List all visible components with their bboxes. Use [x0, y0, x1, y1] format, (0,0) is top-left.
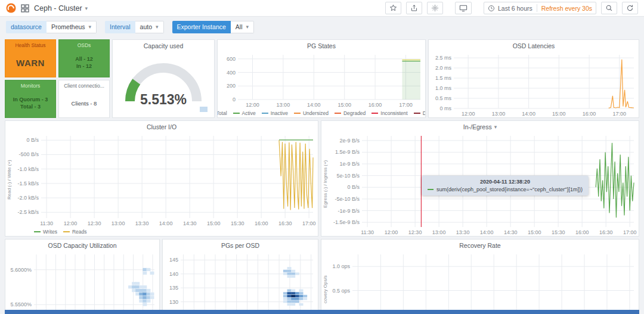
legend-item[interactable]: Inactive	[262, 110, 288, 116]
panel-monitors: Monitors In Quorum - 3 Total - 3	[5, 80, 56, 118]
graph-tooltip: 2020-04-11 12:38:20 sum(deriv(ceph_pool_…	[422, 176, 589, 195]
svg-text:16:00: 16:00	[575, 229, 589, 235]
svg-text:12:00: 12:00	[385, 229, 398, 235]
cluster-io-y-axis-label: Read (-) / Write (+)	[5, 132, 13, 227]
svg-text:5e-10 B/s: 5e-10 B/s	[336, 173, 360, 179]
svg-text:16:30: 16:30	[278, 220, 292, 226]
variable-exporter-instance-value[interactable]: All▾	[231, 21, 254, 33]
search-icon	[605, 4, 613, 12]
dashboard-title-dropdown[interactable]: Ceph - Cluster ▾	[34, 4, 88, 13]
panel-title[interactable]: Cluster I/O	[5, 121, 318, 132]
panel-title[interactable]: OSD Latencies	[429, 40, 639, 51]
grafana-logo[interactable]	[6, 3, 16, 13]
svg-text:0 B/s: 0 B/s	[347, 184, 360, 190]
legend-item[interactable]: Total	[218, 110, 227, 116]
tv-mode-button[interactable]	[455, 2, 472, 14]
svg-text:2.5 ms: 2.5 ms	[435, 55, 452, 61]
svg-text:-1.5 kB/s: -1.5 kB/s	[17, 181, 39, 186]
svg-text:12:30: 12:30	[88, 220, 101, 226]
panel-title[interactable]: PG States	[218, 40, 425, 51]
clock-icon	[488, 5, 495, 12]
time-range-picker[interactable]: Last 6 hours Refresh every 30s	[484, 2, 596, 14]
share-icon	[410, 4, 418, 12]
variable-datasource: datasource Prometheus▾	[6, 21, 97, 33]
caret-down-icon: ▾	[85, 5, 88, 11]
panel-client-connections: Client connectio... Clients - 8	[58, 80, 110, 118]
stat-panel-group: Health Status WARN OSDs All - 12 In - 12…	[5, 39, 110, 118]
svg-text:135: 135	[169, 285, 178, 291]
panel-in-egress: In-/Egress▾ Egress (-) / Ingress (+) 2e-…	[321, 120, 639, 237]
dashboards-icon[interactable]	[21, 4, 29, 13]
star-icon	[389, 4, 397, 12]
svg-text:16:00: 16:00	[583, 111, 596, 117]
legend-item[interactable]: Reads	[63, 229, 87, 235]
cluster-io-chart[interactable]: 0 B/s-500 B/s-1.0 kB/s-1.5 kB/s-2.0 kB/s…	[13, 132, 318, 227]
tooltip-timestamp: 2020-04-11 12:38:20	[428, 179, 583, 185]
pgs-per-osd-chart[interactable]: 125130135140145	[163, 251, 318, 314]
legend-item[interactable]: Writes	[34, 229, 57, 235]
panel-pg-states: PG States 020040060012:0013:0014:0015:00…	[217, 39, 426, 118]
panel-title[interactable]: Capacity used	[113, 40, 214, 51]
svg-text:145: 145	[169, 257, 178, 263]
svg-text:1.5e-9 B/s: 1.5e-9 B/s	[335, 149, 360, 155]
legend-item[interactable]: Undersized	[294, 110, 329, 116]
osd-latencies-chart[interactable]: 0 ms0.5 ms1.0 ms1.5 ms2.0 ms2.5 ms12:001…	[429, 51, 639, 117]
svg-text:400: 400	[227, 70, 236, 76]
panel-osds: OSDs All - 12 In - 12	[58, 39, 110, 77]
svg-text:15:30: 15:30	[552, 229, 565, 235]
panel-health-status: Health Status WARN	[5, 39, 56, 77]
svg-text:12:00: 12:00	[246, 102, 259, 108]
osd-capacity-chart[interactable]: 5.6000%5.5500%	[5, 251, 159, 314]
panel-title[interactable]: Recovery Rate	[321, 240, 639, 251]
variable-interval: Interval auto▾	[105, 21, 163, 33]
variable-interval-value[interactable]: auto▾	[135, 21, 164, 33]
health-status-value: WARN	[16, 58, 45, 68]
variable-datasource-label: datasource	[6, 21, 47, 33]
pg-states-chart[interactable]: 020040060012:0013:0014:0015:0016:0017:00	[218, 51, 425, 108]
legend-item[interactable]: Degraded	[335, 110, 366, 116]
svg-text:0 B/s: 0 B/s	[26, 137, 39, 143]
star-button[interactable]	[385, 2, 401, 14]
cluster-io-legend[interactable]: WritesReads	[5, 227, 318, 236]
panel-title: Health Status	[15, 42, 45, 48]
in-egress-y-axis-label: Egress (-) / Ingress (+)	[321, 132, 329, 236]
settings-button[interactable]	[427, 2, 443, 14]
svg-text:13:30: 13:30	[456, 229, 470, 235]
panel-title[interactable]: In-/Egress▾	[321, 121, 639, 132]
page-title: Ceph - Cluster	[34, 4, 82, 13]
panel-title[interactable]: PGs per OSD	[163, 240, 318, 251]
panel-title: Monitors	[21, 83, 41, 89]
legend-item[interactable]: Active	[233, 110, 256, 116]
zoom-out-button[interactable]	[601, 2, 617, 14]
panel-title[interactable]: OSD Capacity Utilization	[5, 240, 159, 251]
panel-cluster-io: Cluster I/O Read (-) / Write (+) 0 B/s-5…	[5, 120, 318, 237]
svg-text:17:00: 17:00	[613, 111, 627, 117]
recovery-rate-chart[interactable]: 0 ops0.5 ops1.0 ops	[329, 251, 639, 314]
svg-text:15:00: 15:00	[207, 220, 221, 226]
variable-exporter-instance: Exporter Instance All▾	[172, 21, 255, 33]
monitors-quorum-value: In Quorum - 3	[13, 97, 48, 102]
divider	[537, 4, 537, 12]
svg-text:130: 130	[169, 299, 178, 305]
svg-text:15:30: 15:30	[231, 220, 244, 226]
share-button[interactable]	[406, 2, 422, 14]
variable-interval-label: Interval	[105, 21, 135, 33]
svg-text:12:30: 12:30	[408, 229, 422, 235]
osds-all-value: All - 12	[75, 56, 93, 62]
svg-text:0.5 ms: 0.5 ms	[435, 95, 452, 101]
legend-item[interactable]: Down	[414, 110, 425, 116]
svg-text:12:00: 12:00	[462, 111, 475, 117]
clients-value: Clients - 8	[72, 100, 97, 107]
refresh-button[interactable]	[622, 2, 638, 14]
svg-text:14:30: 14:30	[183, 220, 197, 226]
variable-datasource-value[interactable]: Prometheus▾	[47, 21, 97, 33]
panel-pgs-per-osd: PGs per OSD 125130135140145	[162, 239, 318, 314]
tv-icon	[459, 4, 467, 12]
legend-item[interactable]: Inconsistent	[371, 110, 407, 116]
dashboard-grid: Health Status WARN OSDs All - 12 In - 12…	[0, 37, 644, 314]
svg-text:14:30: 14:30	[504, 229, 518, 235]
pg-states-legend[interactable]: TotalActiveInactiveUndersizedDegradedInc…	[218, 108, 425, 117]
panel-title: Client connectio...	[64, 83, 104, 89]
svg-text:11:30: 11:30	[40, 220, 53, 226]
refresh-interval-label: Refresh every 30s	[541, 5, 592, 12]
